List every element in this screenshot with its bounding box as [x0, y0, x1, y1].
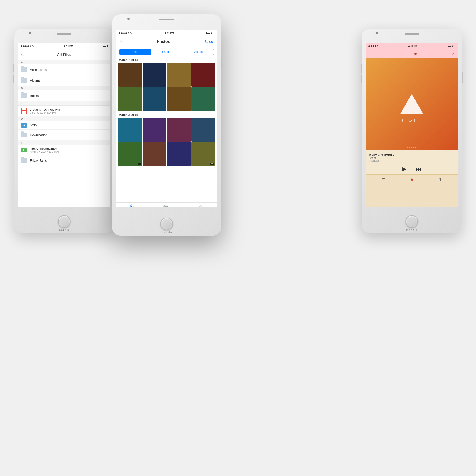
list-item[interactable]: ◑ DCIM — [18, 121, 110, 130]
photo-thumb[interactable] — [167, 63, 191, 87]
photo-thumb[interactable] — [118, 87, 142, 111]
list-item[interactable]: Downloaded — [18, 130, 110, 140]
vol-down-button[interactable] — [13, 75, 14, 83]
photo-thumb[interactable]: 8s — [118, 142, 142, 166]
segment-all[interactable]: All — [119, 49, 151, 55]
front-camera-right — [376, 32, 378, 34]
list-item[interactable]: Creating Technology.p March 7, 2014 • 6:… — [18, 106, 110, 116]
dot2 — [409, 147, 410, 148]
shuffle-icon[interactable]: ⇄ — [381, 177, 385, 182]
home-button-right[interactable] — [405, 215, 418, 228]
vol-up-button-right[interactable] — [361, 64, 362, 73]
dot5r — [377, 46, 378, 47]
vol-down-button-right[interactable] — [361, 75, 362, 83]
tab-photos[interactable]: 🖼 Photos — [128, 204, 135, 207]
file-info: Creating Technology.p March 7, 2014 • 6:… — [30, 108, 108, 114]
star-icon[interactable]: ★ — [409, 177, 414, 182]
share-icon[interactable]: ⬆ — [439, 177, 442, 182]
list-item[interactable]: ▶ First Christmas.mov January 7, 2014 • … — [18, 145, 110, 155]
dot4r — [375, 46, 376, 47]
folder-shape — [21, 133, 27, 137]
signal-dots-right — [368, 46, 378, 47]
photo-thumb[interactable]: 23s — [191, 142, 215, 166]
skip-button[interactable]: ⏭ — [416, 166, 421, 172]
right-screen: 4:11 PM ⚡ - 4:23 — [366, 43, 458, 207]
music-info: Molly and Sophie Bright Triangles — [366, 151, 458, 164]
list-item[interactable]: Books — [18, 90, 110, 101]
battery-body-left — [103, 45, 108, 47]
file-info: DCIM — [30, 123, 108, 127]
dot2r — [371, 46, 372, 47]
dot3 — [123, 32, 125, 34]
file-list: A Accessories Albums — [18, 60, 110, 206]
music-track: Bright — [369, 156, 455, 159]
file-info: Accessories — [30, 68, 108, 72]
photos-title: Photos — [157, 39, 170, 44]
home-icon-center[interactable]: ⌂ — [119, 39, 122, 44]
album-art-content — [400, 94, 424, 115]
file-info: Downloaded — [30, 133, 108, 137]
photo-thumb[interactable] — [167, 142, 191, 166]
doc-icon — [21, 108, 27, 114]
photo-thumb[interactable] — [191, 63, 215, 87]
video-badge: 23s — [210, 163, 214, 165]
photos-scroll: March 7, 2014 March 2, 2014 — [116, 57, 217, 202]
battery-fill-right — [448, 46, 451, 47]
photo-grid-2: 8s 23s — [118, 118, 215, 166]
album-triangle — [400, 94, 424, 115]
power-button-center[interactable] — [221, 57, 222, 69]
photo-thumb[interactable] — [143, 142, 167, 166]
file-name: First Christmas.mov — [30, 147, 108, 151]
music-artist: Molly and Sophie — [369, 153, 455, 156]
home-button-center[interactable] — [160, 218, 173, 230]
wifi-icon-left: ∿ — [32, 45, 34, 48]
photo-thumb[interactable] — [118, 118, 142, 142]
select-button[interactable]: Select — [204, 40, 214, 44]
progress-track[interactable] — [368, 53, 447, 54]
photo-thumb[interactable] — [143, 87, 167, 111]
dot1 — [119, 32, 120, 34]
folder-icon — [21, 77, 28, 84]
music-actions: ⇄ ★ ⬆ — [366, 174, 458, 184]
photo-thumb[interactable] — [143, 118, 167, 142]
album-word: RIGHT — [400, 118, 423, 123]
time-remaining: - 4:23 — [449, 52, 455, 55]
camera-icon: ◑ — [21, 123, 27, 128]
speaker-top-right — [405, 33, 419, 35]
home-button-left[interactable] — [58, 215, 71, 228]
segment-photos[interactable]: Photos — [151, 49, 183, 55]
music-bottom — [366, 184, 458, 207]
left-screen: ∿ 4:11 PM ⌂ All Files A — [18, 43, 110, 207]
signal-area: ∿ — [21, 45, 34, 48]
vol-up-button[interactable] — [13, 64, 14, 73]
segment-videos[interactable]: Videos — [182, 49, 214, 55]
dot3r — [373, 46, 374, 47]
vol-up-button-center[interactable] — [111, 50, 112, 58]
battery-fill-center — [207, 33, 210, 34]
list-item[interactable]: Albums — [18, 75, 110, 86]
play-button[interactable]: ▶ — [403, 166, 407, 172]
list-item[interactable]: Friday Jams — [18, 155, 110, 166]
photo-thumb[interactable] — [118, 63, 142, 87]
tab-camera-sync[interactable]: 📷 Camera Sync — [159, 204, 172, 207]
tab-favorites[interactable]: ☆ Favorites — [196, 204, 205, 207]
friday-jams-label: Friday Jams — [30, 159, 108, 162]
right-content: - 4:23 RIGHT — [366, 50, 458, 207]
photo-thumb[interactable] — [143, 63, 167, 87]
list-item[interactable]: Accessories — [18, 65, 110, 75]
music-controls: ▶ ⏭ — [366, 164, 458, 174]
photo-thumb[interactable] — [191, 118, 215, 142]
sort-button[interactable]: Sort — [18, 206, 110, 207]
signal-dot-3 — [25, 46, 27, 47]
home-icon-left[interactable]: ⌂ — [21, 52, 24, 57]
file-info: Albums — [30, 79, 108, 82]
photo-thumb[interactable] — [167, 118, 191, 142]
vol-down-button-center[interactable] — [111, 61, 112, 69]
speaker-top-center — [159, 18, 174, 20]
photo-thumb[interactable] — [191, 87, 215, 111]
photo-thumb[interactable] — [167, 87, 191, 111]
power-button-right[interactable] — [462, 71, 463, 83]
folder-icon — [21, 67, 28, 73]
signal-dots-center — [119, 32, 129, 34]
date-header-2: March 2, 2014 — [118, 112, 215, 118]
